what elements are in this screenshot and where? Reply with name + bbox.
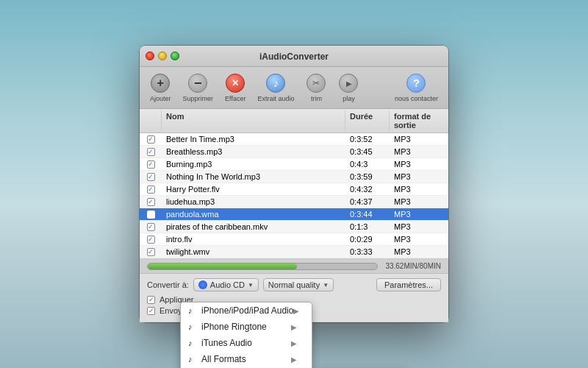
row-format: MP3 bbox=[390, 233, 448, 245]
close-button[interactable] bbox=[146, 52, 154, 60]
row-format: MP3 bbox=[390, 146, 448, 158]
row-checkbox-cell bbox=[140, 222, 162, 233]
music-note-icon-3: ♪ bbox=[188, 339, 193, 347]
row-name: Breathless.mp3 bbox=[162, 146, 345, 158]
play-icon bbox=[338, 73, 359, 93]
x-icon bbox=[225, 73, 245, 93]
convert-row: Convertir à: Audio CD ▼ Normal quality ▼… bbox=[147, 278, 441, 291]
table-row[interactable]: pirates of the caribbean.mkv 0:1:3 MP3 bbox=[140, 221, 448, 233]
apply-checkbox[interactable] bbox=[147, 296, 155, 304]
supprimer-button[interactable]: Supprimer bbox=[180, 71, 217, 104]
row-checkbox[interactable] bbox=[147, 198, 155, 206]
toolbar: Ajouter Supprimer Effacer Extrait audio … bbox=[140, 67, 448, 109]
table-row[interactable]: Burning.mp3 0:4:3 MP3 bbox=[140, 158, 448, 171]
row-name: Better In Time.mp3 bbox=[162, 133, 345, 145]
dropdown-menu: ♪ iPhone/iPod/iPad Audio ▶ ♪ iPhone Ring… bbox=[180, 302, 312, 368]
maximize-button[interactable] bbox=[171, 52, 179, 60]
menu-item-iphone-ipad[interactable]: ♪ iPhone/iPod/iPad Audio ▶ bbox=[181, 302, 312, 319]
row-checkbox[interactable] bbox=[147, 173, 155, 181]
row-duration: 0:3:33 bbox=[345, 246, 390, 258]
plus-icon bbox=[150, 73, 171, 93]
send-checkbox[interactable] bbox=[147, 307, 155, 315]
row-checkbox-cell bbox=[140, 234, 162, 245]
row-checkbox[interactable] bbox=[147, 210, 155, 219]
traffic-lights bbox=[146, 52, 179, 60]
quality-dropdown[interactable]: Normal quality ▼ bbox=[263, 278, 334, 291]
menu-item-iphone-ringtone[interactable]: ♪ iPhone Ringtone ▶ bbox=[181, 319, 312, 335]
row-duration: 0:4:37 bbox=[345, 196, 390, 208]
col-checkbox bbox=[140, 110, 162, 131]
row-checkbox[interactable] bbox=[147, 185, 155, 194]
table-row[interactable]: liudehua.mp3 0:4:37 MP3 bbox=[140, 196, 448, 208]
trim-label: trim bbox=[311, 95, 322, 102]
progress-text: 33.62MIN/80MIN bbox=[385, 262, 441, 270]
menu-item-itunes[interactable]: ♪ iTunes Audio ▶ bbox=[181, 335, 312, 351]
progress-bar-fill bbox=[148, 263, 297, 269]
row-checkbox-cell bbox=[140, 184, 162, 195]
chevron-down-icon-2: ▼ bbox=[323, 282, 329, 289]
col-nom: Nom bbox=[162, 110, 345, 131]
menu-item-all-formats[interactable]: ♪ All Formats ▶ bbox=[181, 351, 312, 367]
row-checkbox-cell bbox=[140, 134, 162, 145]
music-note-icon-2: ♪ bbox=[188, 322, 193, 331]
music-note-icon-4: ♪ bbox=[188, 355, 193, 364]
row-checkbox-cell bbox=[140, 171, 162, 183]
table-row[interactable]: Breathless.mp3 0:3:45 MP3 bbox=[140, 146, 448, 158]
row-checkbox-cell bbox=[140, 146, 162, 158]
row-duration: 0:4:3 bbox=[345, 158, 390, 170]
contact-button[interactable]: nous contacter bbox=[392, 71, 441, 104]
submenu-arrow-icon-3: ▶ bbox=[291, 339, 297, 347]
row-duration: 0:3:52 bbox=[345, 133, 390, 145]
titlebar: iAudioConverter bbox=[140, 46, 448, 67]
row-format: MP3 bbox=[390, 133, 448, 145]
table-row[interactable]: twilight.wmv 0:3:33 MP3 bbox=[140, 246, 448, 258]
table-row[interactable]: intro.flv 0:0:29 MP3 bbox=[140, 233, 448, 246]
progress-area: 33.62MIN/80MIN bbox=[140, 259, 448, 274]
row-checkbox-cell bbox=[140, 197, 162, 208]
ajouter-label: Ajouter bbox=[150, 95, 171, 102]
menu-item-itunes-label: iTunes Audio bbox=[201, 338, 252, 348]
row-name: twilight.wmv bbox=[162, 246, 345, 258]
submenu-arrow-icon-2: ▶ bbox=[291, 323, 297, 331]
trim-button[interactable]: trim bbox=[303, 71, 329, 104]
scissors-icon bbox=[306, 73, 326, 93]
minimize-button[interactable] bbox=[158, 52, 167, 60]
format-dropdown[interactable]: Audio CD ▼ bbox=[193, 278, 259, 291]
convert-label: Convertir à: bbox=[147, 280, 189, 289]
effacer-label: Effacer bbox=[225, 95, 245, 102]
music-icon bbox=[265, 73, 286, 93]
row-name: pirates of the caribbean.mkv bbox=[162, 221, 345, 233]
play-button[interactable]: play bbox=[335, 71, 362, 104]
row-checkbox[interactable] bbox=[147, 223, 155, 231]
col-duree: Durée bbox=[345, 110, 390, 131]
minus-icon bbox=[187, 73, 208, 93]
table-row[interactable]: Nothing In The World.mp3 0:3:59 MP3 bbox=[140, 171, 448, 183]
row-name: intro.flv bbox=[162, 233, 345, 245]
row-duration: 0:0:29 bbox=[345, 233, 390, 245]
extrait-button[interactable]: Extrait audio bbox=[254, 71, 297, 104]
row-name: Burning.mp3 bbox=[162, 158, 345, 170]
menu-item-iphone-ringtone-label: iPhone Ringtone bbox=[201, 322, 267, 332]
row-name: Nothing In The World.mp3 bbox=[162, 171, 345, 183]
menu-item-all-formats-label: All Formats bbox=[201, 354, 246, 364]
row-checkbox[interactable] bbox=[147, 160, 155, 169]
row-name: panduola.wma bbox=[162, 208, 345, 220]
supprimer-label: Supprimer bbox=[183, 95, 214, 102]
params-button[interactable]: Paramètres... bbox=[376, 278, 441, 291]
row-checkbox[interactable] bbox=[147, 148, 155, 156]
chevron-down-icon: ▼ bbox=[248, 282, 254, 289]
row-checkbox[interactable] bbox=[147, 248, 155, 256]
table-row[interactable]: Harry Potter.flv 0:4:32 MP3 bbox=[140, 183, 448, 196]
list-header: Nom Durée format de sortie bbox=[140, 109, 448, 133]
effacer-button[interactable]: Effacer bbox=[222, 71, 248, 104]
menu-item-iphone-ipad-label: iPhone/iPod/iPad Audio bbox=[201, 305, 293, 316]
ajouter-button[interactable]: Ajouter bbox=[147, 71, 174, 104]
row-checkbox[interactable] bbox=[147, 236, 155, 244]
table-row[interactable]: Better In Time.mp3 0:3:52 MP3 bbox=[140, 133, 448, 146]
row-checkbox[interactable] bbox=[147, 135, 155, 144]
table-row[interactable]: panduola.wma 0:3:44 MP3 bbox=[140, 208, 448, 221]
row-format: MP3 bbox=[390, 246, 448, 258]
quality-dropdown-value: Normal quality bbox=[268, 280, 320, 289]
question-icon bbox=[406, 73, 426, 93]
window-title: iAudioConverter bbox=[259, 52, 329, 62]
